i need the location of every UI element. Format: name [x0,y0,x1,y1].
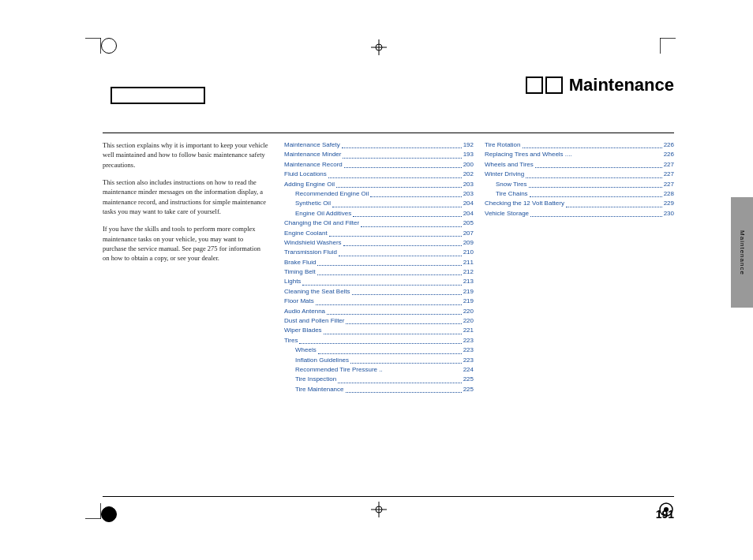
toc-dots [344,160,462,168]
toc-dots [343,238,462,246]
maint-box-2 [545,77,563,94]
toc-label: Synthetic Oil [295,199,331,208]
toc-label: Dust and Pollen Filter [284,316,344,326]
intro-column: This section explains why it is importan… [103,140,268,481]
section-title: Maintenance [569,75,674,95]
toc-page: 223 [463,336,474,345]
toc-entry[interactable]: Wheels223 [284,345,474,355]
toc-entry[interactable]: Tire Rotation226 [485,140,674,150]
toc-entry[interactable]: Synthetic Oil204 [284,199,474,208]
page: Maintenance This section explains why it… [0,0,753,560]
toc-page: 193 [463,150,474,159]
toc-page: 211 [463,258,474,267]
toc-page: 221 [463,326,474,335]
toc-label: Lights [284,277,301,286]
toc-entry[interactable]: Wiper Blades221 [284,326,474,335]
toc-entry[interactable]: Tire Chains228 [485,189,674,199]
toc-label: Tire Rotation [485,140,521,150]
toc-label: Vehicle Storage [485,209,529,218]
toc-label: Tire Inspection [295,375,336,384]
toc-label: Engine Coolant [284,229,328,238]
toc-entry[interactable]: Changing the Oil and Filter205 [284,218,474,228]
toc-page: 223 [463,345,474,355]
toc-entry[interactable]: Tire Maintenance225 [284,385,474,394]
toc-label: Maintenance Record [284,160,343,170]
toc-entry[interactable]: Transmission Fluid210 [284,248,474,257]
maint-box-1 [526,77,543,94]
toc-entry[interactable]: Tires223 [284,336,474,345]
toc-entry[interactable]: Recommended Tire Pressure ..224 [284,365,474,375]
toc-label: Cleaning the Seat Belts [284,287,350,297]
toc-dots [352,287,462,295]
toc-dots [302,277,461,285]
toc-area: Maintenance Safety192Maintenance Minder1… [284,140,674,481]
toc-page: 220 [463,307,474,316]
toc-page: 229 [664,199,674,208]
maint-boxes [526,77,563,94]
corner-tl [85,38,101,57]
toc-page: 204 [463,209,474,218]
toc-dots [332,199,462,207]
sidebar-maintenance: Maintenance [731,197,753,308]
toc-dots [361,218,461,226]
toc-entry[interactable]: Timing Belt212 [284,267,474,277]
toc-entry[interactable]: Winter Driving227 [485,170,674,179]
toc-entry[interactable]: Cleaning the Seat Belts219 [284,287,474,297]
toc-entry[interactable]: Lights213 [284,277,474,286]
toc-entry[interactable]: Wheels and Tires227 [485,160,674,170]
toc-dots [316,297,462,304]
toc-page: 227 [664,170,674,179]
toc-dots [526,170,661,177]
toc-dots [328,170,462,177]
toc-entry[interactable]: Tire Inspection225 [284,375,474,384]
toc-page: 227 [664,160,674,170]
toc-page: 204 [463,199,474,208]
toc-entry[interactable]: Inflation Guidelines223 [284,356,474,365]
toc-entry[interactable]: Maintenance Record200 [284,160,474,170]
toc-dots [346,316,461,324]
toc-entry[interactable]: Replacing Tires and Wheels ....226 [485,150,674,159]
toc-entry[interactable]: Snow Tires227 [485,180,674,189]
reg-mark-bl [101,506,117,522]
toc-entry[interactable]: Vehicle Storage230 [485,209,674,218]
toc-label: Recommended Tire Pressure .. [295,365,383,375]
toc-label: Audio Antenna [284,307,325,316]
toc-entry[interactable]: Floor Mats219 [284,297,474,306]
toc-entry[interactable]: Engine Oil Additives204 [284,209,474,218]
toc-entry[interactable]: Recommended Engine Oil203 [284,189,474,199]
toc-entry[interactable]: Fluid Locations202 [284,170,474,179]
toc-page: 223 [463,356,474,365]
corner-br [657,500,676,522]
toc-page: 210 [463,248,474,257]
toc-page: 213 [463,277,474,286]
toc-entry[interactable]: Audio Antenna220 [284,307,474,316]
toc-dots [324,326,462,334]
toc-dots [346,385,462,393]
corner-bl [85,503,101,522]
toc-page: 230 [664,209,674,218]
toc-dots [535,160,662,168]
toc-entry[interactable]: Checking the 12 Volt Battery229 [485,199,674,208]
toc-dots [318,345,462,353]
toc-entry[interactable]: Brake Fluid211 [284,258,474,267]
toc-entry[interactable]: Maintenance Minder193 [284,150,474,159]
toc-dots [343,150,461,158]
toc-dots [317,267,462,275]
toc-dots [339,248,462,256]
toc-label: Replacing Tires and Wheels .... [485,150,572,159]
toc-page: 220 [463,316,474,326]
toc-entry[interactable]: Windshield Washers209 [284,238,474,248]
svg-point-7 [664,507,669,512]
toc-dots [327,307,462,315]
toc-entry[interactable]: Maintenance Safety192 [284,140,474,150]
toc-entry[interactable]: Engine Coolant207 [284,229,474,238]
toc-label: Fluid Locations [284,170,327,179]
toc-page: 205 [463,218,474,228]
toc-dots [523,140,662,148]
toc-dots [566,199,662,207]
toc-entry[interactable]: Dust and Pollen Filter220 [284,316,474,326]
toc-label: Timing Belt [284,267,316,277]
reg-mark-tl [101,38,117,54]
toc-entry[interactable]: Adding Engine Oil203 [284,180,474,189]
header-tab [111,87,205,104]
